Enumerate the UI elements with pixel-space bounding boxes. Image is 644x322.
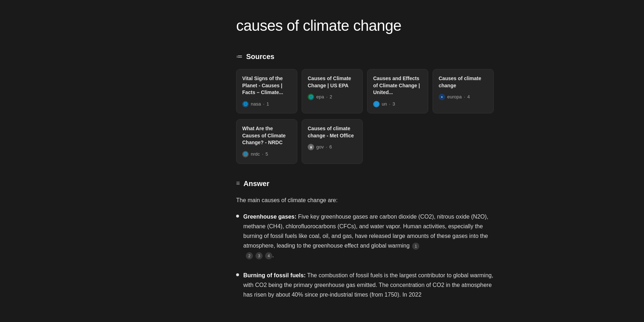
source-title-3: Causes and Effects of Climate Change | U… xyxy=(373,75,422,96)
source-footer-6: ♛ gov · 6 xyxy=(308,143,357,151)
source-footer-4: ● europa · 4 xyxy=(439,93,488,101)
answer-text-1: Greenhouse gases: Five key greenhouse ga… xyxy=(243,212,494,260)
answer-icon: ≡ xyxy=(236,179,240,188)
favicon-europa: ● xyxy=(439,94,445,100)
source-number-1: 1 xyxy=(267,101,269,108)
source-footer-2: 🌐 epa · 2 xyxy=(308,93,357,101)
source-domain-2: epa xyxy=(316,93,324,101)
source-card-5[interactable]: What Are the Causes of Climate Change? -… xyxy=(236,119,297,164)
source-title-4: Causes of climate change xyxy=(439,75,488,89)
citation-1[interactable]: 1 xyxy=(412,243,419,250)
empty-card-1 xyxy=(367,119,428,164)
bullet-1 xyxy=(236,215,239,218)
term-greenhouse: Greenhouse gases: xyxy=(243,214,297,220)
page-title: causes of climate change xyxy=(236,14,494,37)
citation-3[interactable]: 3 xyxy=(255,252,263,259)
source-domain-3: un xyxy=(382,101,387,108)
source-number-6: 6 xyxy=(330,143,332,151)
source-domain-1: nasa xyxy=(251,101,261,108)
answer-title: Answer xyxy=(244,178,269,189)
source-domain-6: gov xyxy=(316,143,324,151)
source-card-1[interactable]: Vital Signs of the Planet - Causes | Fac… xyxy=(236,69,297,113)
term-fossil-fuels: Burning of fossil fuels: xyxy=(243,272,306,278)
source-number-4: 4 xyxy=(467,93,470,101)
favicon-un: 🌐 xyxy=(373,101,380,107)
sources-header: ≔ Sources xyxy=(236,51,494,62)
answer-item-2: Burning of fossil fuels: The combustion … xyxy=(236,270,494,300)
sources-grid-row2: What Are the Causes of Climate Change? -… xyxy=(236,119,494,164)
source-card-4[interactable]: Causes of climate change ● europa · 4 xyxy=(433,69,494,113)
source-card-2[interactable]: Causes of Climate Change | US EPA 🌐 epa … xyxy=(302,69,363,113)
source-card-3[interactable]: Causes and Effects of Climate Change | U… xyxy=(367,69,428,113)
answer-intro: The main causes of climate change are: xyxy=(236,196,494,205)
source-footer-5: 🌐 nrdc · 5 xyxy=(242,151,291,158)
favicon-nrdc: 🌐 xyxy=(242,151,249,157)
citation-4[interactable]: 4 xyxy=(265,252,272,259)
sources-title: Sources xyxy=(246,51,274,62)
citation-group-1: 2 3 4 xyxy=(245,252,272,259)
answer-list: Greenhouse gases: Five key greenhouse ga… xyxy=(236,212,494,300)
favicon-gov: ♛ xyxy=(308,144,314,150)
sources-grid-row1: Vital Signs of the Planet - Causes | Fac… xyxy=(236,69,494,113)
favicon-epa: 🌐 xyxy=(308,94,314,100)
source-title-5: What Are the Causes of Climate Change? -… xyxy=(242,125,291,146)
main-content: causes of climate change ≔ Sources Vital… xyxy=(143,0,501,322)
empty-card-2 xyxy=(433,119,494,164)
source-footer-1: 🌐 nasa · 1 xyxy=(242,101,291,108)
source-domain-5: nrdc xyxy=(251,151,260,158)
answer-text-2: Burning of fossil fuels: The combustion … xyxy=(243,270,494,300)
answer-section: ≡ Answer The main causes of climate chan… xyxy=(236,178,494,300)
source-title-1: Vital Signs of the Planet - Causes | Fac… xyxy=(242,75,291,96)
answer-header: ≡ Answer xyxy=(236,178,494,189)
citation-2[interactable]: 2 xyxy=(246,252,253,259)
source-title-2: Causes of Climate Change | US EPA xyxy=(308,75,357,89)
source-number-3: 3 xyxy=(392,101,395,108)
source-card-6[interactable]: Causes of climate change - Met Office ♛ … xyxy=(302,119,363,164)
source-title-6: Causes of climate change - Met Office xyxy=(308,125,357,139)
source-domain-4: europa xyxy=(447,93,462,101)
source-footer-3: 🌐 un · 3 xyxy=(373,101,422,108)
source-number-2: 2 xyxy=(330,93,332,101)
source-number-5: 5 xyxy=(265,151,268,158)
favicon-nasa: 🌐 xyxy=(242,101,249,107)
bullet-2 xyxy=(236,273,239,276)
sources-icon: ≔ xyxy=(236,52,243,62)
answer-item-1: Greenhouse gases: Five key greenhouse ga… xyxy=(236,212,494,260)
